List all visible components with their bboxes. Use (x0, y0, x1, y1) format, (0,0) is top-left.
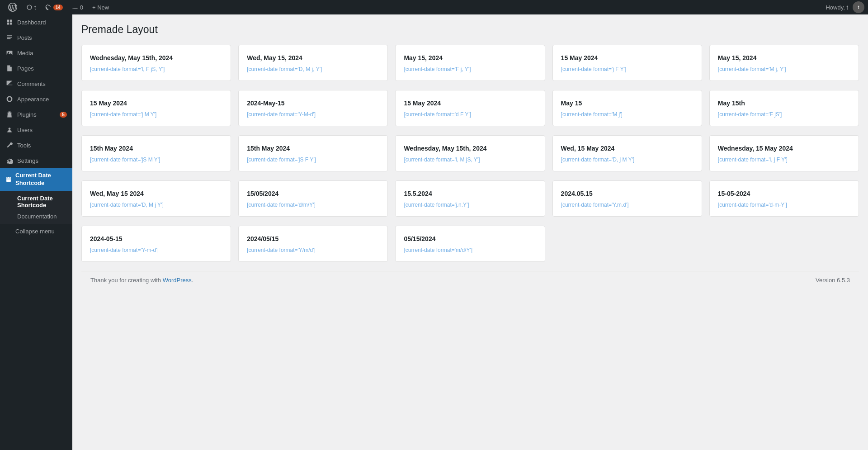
layout-card[interactable]: Wed, May 15, 2024 [current-date format='… (238, 45, 388, 81)
card-shortcode: [current-date format='d-m-Y'] (718, 202, 850, 208)
card-shortcode: [current-date format='l, F jS, Y'] (90, 66, 222, 72)
wp-logo-item[interactable] (4, 0, 22, 14)
collapse-menu-button[interactable]: Collapse menu (0, 224, 72, 239)
sidebar-item-media[interactable]: Media (0, 45, 72, 61)
sidebar-item-dashboard[interactable]: Dashboard (0, 14, 72, 30)
layout-card[interactable]: May 15 [current-date format='M j'] (552, 90, 702, 126)
sidebar-item-label: Pages (17, 65, 67, 72)
sidebar-item-users[interactable]: Users (0, 122, 72, 137)
comments-sidebar-icon (5, 80, 14, 88)
layout-card[interactable]: 2024-May-15 [current-date format='Y-M-d'… (238, 90, 388, 126)
howdy-text: Howdy, t (826, 4, 848, 11)
card-shortcode: [current-date format='l, M jS, Y'] (404, 156, 536, 163)
submenu-items: Current Date Shortcode Documentation (0, 191, 72, 224)
card-date: 15/05/2024 (247, 190, 379, 197)
posts-icon (5, 33, 14, 42)
site-name-item[interactable]: t (22, 0, 41, 14)
svg-point-2 (9, 128, 11, 130)
layout-card[interactable]: May 15, 2024 [current-date format='M j, … (709, 45, 859, 81)
card-date: Wednesday, May 15th, 2024 (90, 54, 222, 62)
card-shortcode: [current-date format='d/m/Y'] (247, 202, 379, 208)
layout-card[interactable]: 15 May 2024 [current-date format='j M Y'… (81, 90, 231, 126)
card-shortcode: [current-date format='D, j M Y'] (561, 156, 693, 163)
main-content: Premade Layout Wednesday, May 15th, 2024… (72, 14, 868, 450)
layout-card[interactable]: 15 May 2024 [current-date format='j F Y'… (552, 45, 702, 81)
layout-card[interactable]: 15-05-2024 [current-date format='d-m-Y'] (709, 180, 859, 217)
card-date: Wednesday, May 15th, 2024 (404, 145, 536, 152)
card-shortcode: [current-date format='jS M Y'] (90, 156, 222, 163)
footer-thanks-text: Thank you for creating with (90, 277, 163, 284)
sidebar-item-label: Posts (17, 34, 67, 41)
plugins-icon (5, 110, 14, 118)
card-shortcode: [current-date format='M j'] (561, 111, 693, 118)
sidebar-item-current-date-shortcode[interactable]: Current Date Shortcode (0, 168, 72, 191)
sidebar-item-label: Appearance (17, 96, 67, 103)
submenu-item-documentation[interactable]: Documentation (0, 211, 72, 222)
plugins-badge: 5 (60, 112, 67, 118)
layout-card[interactable]: 15.5.2024 [current-date format='j.n.Y'] (395, 180, 545, 217)
sidebar-item-label: Plugins (17, 111, 56, 118)
card-date: May 15th (718, 99, 850, 107)
layout-card[interactable]: Wed, May 15 2024 [current-date format='D… (81, 180, 231, 217)
card-date: 2024/05/15 (247, 235, 379, 242)
card-date: 15.5.2024 (404, 190, 536, 197)
media-icon (5, 49, 14, 57)
card-date: 05/15/2024 (404, 235, 536, 242)
sidebar-item-settings[interactable]: Settings (0, 153, 72, 168)
admin-menu: Dashboard Posts Media Pages (0, 14, 72, 168)
sidebar-item-appearance[interactable]: Appearance (0, 91, 72, 107)
comments-item[interactable]: 0 (67, 0, 88, 14)
card-shortcode: [current-date format='F jS'] (718, 111, 850, 118)
layout-card[interactable]: 2024.05.15 [current-date format='Y.m.d'] (552, 180, 702, 217)
sidebar-item-label: Tools (17, 142, 67, 149)
layout-card[interactable]: May 15th [current-date format='F jS'] (709, 90, 859, 126)
sidebar-item-posts[interactable]: Posts (0, 30, 72, 45)
avatar[interactable]: t (853, 1, 864, 13)
comments-count: 0 (80, 4, 83, 11)
sidebar-item-comments[interactable]: Comments (0, 76, 72, 91)
layout-card[interactable]: 15/05/2024 [current-date format='d/m/Y'] (238, 180, 388, 217)
card-shortcode: [current-date format='m/d/Y'] (404, 247, 536, 253)
admin-bar: t 14 0 + New Howdy, t t (0, 0, 868, 14)
layout-card[interactable]: Wed, 15 May 2024 [current-date format='D… (552, 135, 702, 171)
layout-card[interactable]: 2024-05-15 [current-date format='Y-m-d'] (81, 226, 231, 262)
grid-row-1: Wednesday, May 15th, 2024 [current-date … (81, 45, 859, 81)
sidebar-item-pages[interactable]: Pages (0, 61, 72, 76)
card-date: May 15, 2024 (404, 54, 536, 62)
card-date: May 15, 2024 (718, 54, 850, 62)
layout-card[interactable]: Wednesday, May 15th, 2024 [current-date … (395, 135, 545, 171)
tools-icon (5, 141, 14, 149)
grid-row-4: Wed, May 15 2024 [current-date format='D… (81, 180, 859, 217)
layout-card[interactable]: 05/15/2024 [current-date format='m/d/Y'] (395, 226, 545, 262)
card-shortcode: [current-date format='Y.m.d'] (561, 202, 693, 208)
footer-version: Version 6.5.3 (816, 277, 850, 284)
card-date: 2024-May-15 (247, 99, 379, 107)
layout-card[interactable]: May 15, 2024 [current-date format='F j, … (395, 45, 545, 81)
footer-thanks: Thank you for creating with WordPress. (90, 277, 193, 284)
card-shortcode: [current-date format='Y-m-d'] (90, 247, 222, 253)
card-shortcode: [current-date format='D, M j Y'] (90, 202, 222, 208)
card-date: May 15 (561, 99, 693, 107)
layout-card[interactable]: Wednesday, May 15th, 2024 [current-date … (81, 45, 231, 81)
card-date: 15th May 2024 (90, 145, 222, 152)
submenu-section: Current Date Shortcode Current Date Shor… (0, 168, 72, 224)
layout-card[interactable]: 15th May 2024 [current-date format='jS F… (238, 135, 388, 171)
layout-card[interactable]: 2024/05/15 [current-date format='Y/m/d'] (238, 226, 388, 262)
layout-card[interactable]: Wednesday, 15 May 2024 [current-date for… (709, 135, 859, 171)
card-shortcode: [current-date format='j F Y'] (561, 66, 693, 72)
layout-card[interactable]: 15th May 2024 [current-date format='jS M… (81, 135, 231, 171)
layout-card[interactable]: 15 May 2024 [current-date format='d F Y'… (395, 90, 545, 126)
card-shortcode: [current-date format='d F Y'] (404, 111, 536, 118)
pages-icon (5, 64, 14, 72)
card-date: 15th May 2024 (247, 145, 379, 152)
updates-item[interactable]: 14 (41, 0, 67, 14)
submenu-item-current-date-shortcode[interactable]: Current Date Shortcode (0, 193, 72, 211)
sidebar-item-plugins[interactable]: Plugins 5 (0, 107, 72, 122)
grid-row-3: 15th May 2024 [current-date format='jS M… (81, 135, 859, 171)
settings-icon (5, 156, 14, 165)
card-shortcode: [current-date format='F j, Y'] (404, 66, 536, 72)
new-content-item[interactable]: + New (88, 0, 113, 14)
wordpress-link[interactable]: WordPress (163, 277, 192, 284)
sidebar-item-tools[interactable]: Tools (0, 137, 72, 153)
card-date: 15 May 2024 (90, 99, 222, 107)
